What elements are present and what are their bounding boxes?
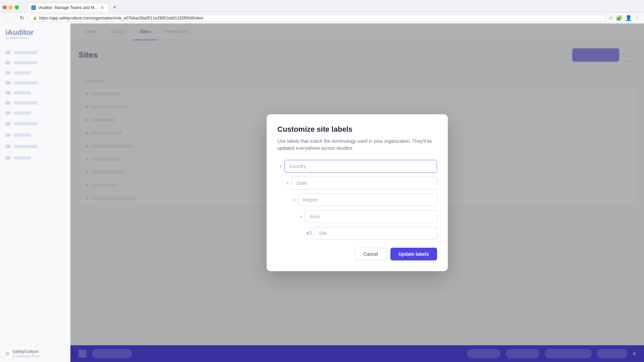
sidebar-nav: › › › › <box>0 45 70 345</box>
sidebar-footer: ⚙ SafetyCulture Knowledge Base › <box>0 345 70 362</box>
region-field-row: ∨ <box>291 193 437 206</box>
state-input[interactable] <box>291 177 437 189</box>
logo-text: iAuditor <box>5 29 34 36</box>
sidebar-item-10: › <box>0 141 70 152</box>
address-bar[interactable]: 🔒 https://app.safetyculture.com/organisa… <box>28 14 606 22</box>
sidebar-item-8: › <box>0 118 70 129</box>
sidebar-item-3 <box>0 68 70 78</box>
country-field-row: ∨ <box>277 160 437 173</box>
modal-footer: Cancel Update labels <box>277 248 437 260</box>
forward-button[interactable]: › <box>11 14 15 22</box>
sidebar-item-5 <box>0 88 70 98</box>
update-labels-button[interactable]: Update labels <box>390 248 437 260</box>
state-chevron-icon[interactable]: ∨ <box>284 179 291 187</box>
modal-overlay: Customize site labels Use labels that ma… <box>70 23 644 362</box>
sidebar: iAuditor by SafetyCulture › › › › ⚙ Safe… <box>0 23 70 362</box>
country-input[interactable] <box>284 160 437 173</box>
app-container: iAuditor by SafetyCulture › › › › ⚙ Safe… <box>0 23 644 362</box>
customize-labels-modal: Customize site labels Use labels that ma… <box>267 114 448 271</box>
refresh-button[interactable]: ↻ <box>18 14 25 22</box>
sidebar-item-4 <box>0 78 70 88</box>
tab-favicon <box>31 5 36 10</box>
region-input[interactable] <box>298 193 437 206</box>
area-field-row: ∨ <box>298 210 437 223</box>
area-input[interactable] <box>305 210 437 223</box>
menu-icon[interactable]: ⋮ <box>635 15 640 21</box>
sidebar-logo: iAuditor by SafetyCulture <box>0 23 70 45</box>
traffic-light-red[interactable] <box>3 5 7 9</box>
sidebar-item-9: › <box>0 129 70 141</box>
lock-icon: 🔒 <box>33 16 37 20</box>
modal-description: Use labels that match the terminology us… <box>277 138 437 152</box>
sidebar-item-11: › <box>0 152 70 164</box>
bookmark-icon[interactable]: ☆ <box>608 15 613 21</box>
site-input[interactable] <box>314 227 437 240</box>
modal-title: Customize site labels <box>277 125 437 134</box>
tab-title: iAuditor: Manage Teams and M... <box>39 5 98 10</box>
profile-icon[interactable]: 👤 <box>625 15 632 21</box>
country-chevron-icon[interactable]: ∨ <box>277 163 284 170</box>
sidebar-item-7 <box>0 108 70 118</box>
back-button[interactable]: ‹ <box>4 14 8 22</box>
active-tab[interactable]: iAuditor: Manage Teams and M... ✕ <box>27 3 109 12</box>
tag-icon: 🏷 <box>304 229 314 238</box>
main-content: Users Groups Sites Permissions Sites ⋮ S… <box>70 23 644 362</box>
site-field-row: 🏷 <box>304 227 437 240</box>
tab-close-button[interactable]: ✕ <box>100 5 104 10</box>
url-text: https://app.safetyculture.com/organisati… <box>39 16 204 20</box>
traffic-light-yellow[interactable] <box>9 5 13 9</box>
logo-sub: by SafetyCulture <box>5 36 34 40</box>
state-field-row: ∨ <box>284 177 437 189</box>
browser-chrome: iAuditor: Manage Teams and M... ✕ + ‹ › … <box>0 0 644 23</box>
sidebar-item-6 <box>0 98 70 108</box>
cancel-button[interactable]: Cancel <box>355 248 386 260</box>
new-tab-button[interactable]: + <box>110 3 119 12</box>
sidebar-item-1 <box>0 48 70 58</box>
region-chevron-icon[interactable]: ∨ <box>291 196 298 203</box>
area-chevron-icon[interactable]: ∨ <box>298 213 305 220</box>
sidebar-item-2 <box>0 58 70 68</box>
extension-icon[interactable]: 🧩 <box>616 15 623 21</box>
traffic-light-green[interactable] <box>15 5 19 9</box>
